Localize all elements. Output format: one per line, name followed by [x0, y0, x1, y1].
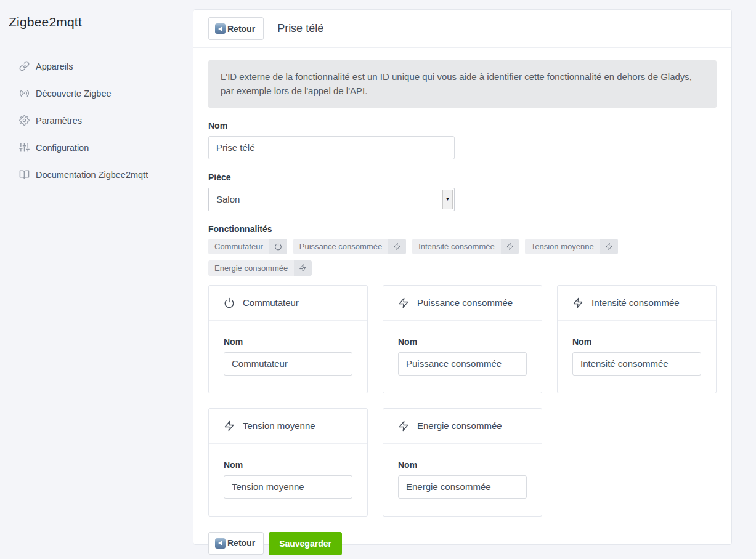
feature-name-input[interactable] — [398, 352, 527, 376]
feature-card-body: Nom — [209, 321, 367, 393]
power-icon — [269, 239, 287, 254]
power-icon — [224, 297, 235, 308]
bolt-icon — [572, 297, 583, 308]
sidebar-item-label: Paramètres — [36, 116, 82, 126]
device-name-input[interactable] — [208, 136, 455, 159]
feature-card-header: Intensité consommée — [558, 286, 716, 321]
feature-card-body: Nom — [209, 444, 367, 516]
page: Zigbee2mqtt Appareils Découverte Zigbee … — [0, 0, 756, 559]
link-icon — [19, 61, 30, 71]
name-form-group: Nom — [208, 121, 717, 159]
info-alert: L'ID externe de la fonctionnalité est un… — [208, 60, 717, 108]
feature-card: Energie consommée Nom — [383, 408, 542, 517]
feature-badge-label: Puissance consommée — [293, 239, 388, 254]
footer-back-button-label: Retour — [227, 538, 255, 548]
device-panel: Retour Prise télé L'ID externe de la fon… — [193, 9, 732, 545]
feature-badge: Intensité consommée — [412, 239, 519, 254]
feature-card: Intensité consommée Nom — [557, 285, 717, 393]
features-label: Fonctionnalités — [208, 224, 717, 234]
feature-name-label: Nom — [398, 337, 527, 347]
feature-card-body: Nom — [383, 321, 542, 393]
bolt-icon — [501, 239, 519, 254]
bolt-icon — [600, 239, 618, 254]
feature-name-input[interactable] — [572, 352, 701, 376]
feature-card: Commutateur Nom — [208, 285, 368, 393]
sidebar-item-label: Documentation Zigbee2mqtt — [36, 170, 148, 180]
back-button[interactable]: Retour — [208, 17, 264, 40]
save-button[interactable]: Sauvegarder — [269, 532, 342, 555]
feature-name-label: Nom — [398, 460, 527, 470]
page-title: Prise télé — [277, 22, 323, 35]
feature-card-title: Tension moyenne — [243, 420, 315, 431]
feature-name-input[interactable] — [224, 475, 352, 499]
bolt-icon — [294, 260, 312, 276]
feature-name-input[interactable] — [224, 352, 352, 376]
feature-cards-grid: Commutateur Nom Puissance consommée Nom … — [208, 285, 717, 517]
sidebar-item[interactable]: Appareils — [9, 57, 184, 76]
feature-card-header: Tension moyenne — [209, 409, 367, 444]
name-label: Nom — [208, 121, 717, 131]
feature-card-title: Commutateur — [243, 297, 299, 308]
feature-card-title: Energie consommée — [417, 420, 502, 431]
back-button-label: Retour — [227, 24, 255, 34]
room-select[interactable]: Salon — [209, 188, 454, 211]
gear-icon — [19, 115, 30, 126]
feature-badge: Energie consommée — [208, 260, 312, 276]
sidebar-item-label: Configuration — [36, 143, 89, 153]
feature-badge: Commutateur — [208, 239, 287, 254]
footer-back-button[interactable]: Retour — [208, 532, 264, 555]
app-title: Zigbee2mqtt — [9, 15, 184, 30]
features-group: Fonctionnalités Commutateur Puissance co… — [208, 224, 717, 276]
panel-body: L'ID externe de la fonctionnalité est un… — [193, 48, 731, 555]
sidebar-nav: Appareils Découverte Zigbee Paramètres C… — [9, 57, 184, 184]
panel-header: Retour Prise télé — [193, 10, 731, 48]
book-icon — [19, 169, 30, 180]
bolt-icon — [388, 239, 406, 254]
footer-actions: Retour Sauvegarder — [208, 532, 717, 555]
feature-card-header: Puissance consommée — [383, 286, 542, 321]
feature-badges: Commutateur Puissance consommée Intensit… — [208, 239, 717, 276]
sliders-icon — [19, 142, 30, 153]
feature-badge: Puissance consommée — [293, 239, 406, 254]
bolt-icon — [398, 297, 409, 308]
feature-badge-label: Commutateur — [208, 239, 269, 254]
feature-name-label: Nom — [572, 337, 701, 347]
feature-card: Tension moyenne Nom — [208, 408, 368, 517]
feature-card-body: Nom — [558, 321, 716, 393]
sidebar: Zigbee2mqtt Appareils Découverte Zigbee … — [0, 0, 193, 559]
room-label: Pièce — [208, 172, 717, 182]
feature-badge-label: Energie consommée — [208, 260, 294, 276]
feature-name-label: Nom — [224, 337, 352, 347]
feature-card-header: Energie consommée — [383, 409, 542, 444]
feature-card-title: Intensité consommée — [591, 297, 680, 308]
feature-badge-label: Intensité consommée — [412, 239, 501, 254]
feature-badge: Tension moyenne — [525, 239, 618, 254]
room-form-group: Pièce Salon ▼ — [208, 172, 717, 211]
bolt-icon — [224, 420, 235, 432]
feature-card: Puissance consommée Nom — [383, 285, 542, 393]
feature-card-header: Commutateur — [209, 286, 367, 321]
back-arrow-icon — [215, 23, 226, 34]
sidebar-item[interactable]: Découverte Zigbee — [9, 84, 184, 103]
sidebar-item[interactable]: Configuration — [9, 138, 184, 157]
feature-name-input[interactable] — [398, 475, 527, 499]
sidebar-item[interactable]: Paramètres — [9, 111, 184, 130]
feature-card-title: Puissance consommée — [417, 297, 513, 308]
feature-card-body: Nom — [383, 444, 542, 516]
room-select-wrap: Salon ▼ — [208, 188, 455, 211]
feature-badge-label: Tension moyenne — [525, 239, 600, 254]
back-arrow-icon — [215, 538, 226, 549]
sidebar-item-label: Découverte Zigbee — [36, 89, 112, 99]
feature-name-label: Nom — [224, 460, 352, 470]
main-content: Retour Prise télé L'ID externe de la fon… — [193, 0, 756, 559]
sidebar-item-label: Appareils — [36, 62, 73, 71]
broadcast-icon — [19, 88, 30, 99]
sidebar-item[interactable]: Documentation Zigbee2mqtt — [9, 165, 184, 184]
bolt-icon — [398, 420, 409, 432]
